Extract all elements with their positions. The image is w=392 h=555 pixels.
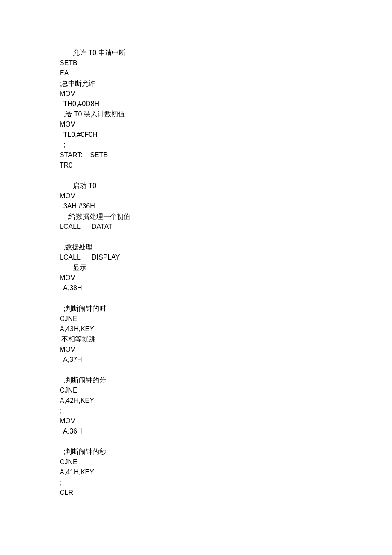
code-line: ; (60, 477, 392, 488)
code-line: A,37H (60, 355, 392, 365)
code-line: CLR (60, 488, 392, 498)
code-line: ;总中断允许 (60, 78, 392, 89)
code-line: ;判断闹钟的时 (60, 304, 392, 314)
code-line: ;数据处理 (60, 242, 392, 252)
code-line: MOV (60, 119, 392, 130)
code-line: ;给 T0 装入计数初值 (60, 109, 392, 119)
code-line: TL0,#0F0H (60, 130, 392, 140)
code-line: SETB (60, 58, 392, 68)
code-line: ;不相等就跳 (60, 334, 392, 344)
code-line: 3AH,#36H (60, 201, 392, 211)
code-line: ;判断闹钟的分 (60, 375, 392, 385)
code-line: ;允许 T0 申请中断 (60, 48, 392, 58)
code-line: ;判断闹钟的秒 (60, 447, 392, 457)
code-line: EA (60, 68, 392, 78)
code-line: MOV (60, 191, 392, 201)
code-line (60, 365, 392, 375)
code-line: CJNE (60, 314, 392, 324)
code-line: CJNE (60, 457, 392, 467)
code-line: A,38H (60, 283, 392, 293)
code-line (60, 436, 392, 447)
code-line: START: SETB (60, 150, 392, 160)
code-line: LCALL DATAT (60, 222, 392, 232)
code-line: ;显示 (60, 263, 392, 273)
code-line: CJNE (60, 385, 392, 396)
code-line: ;启动 T0 (60, 181, 392, 191)
code-line: ; (60, 406, 392, 416)
code-line (60, 293, 392, 304)
code-line: MOV (60, 344, 392, 355)
code-line: LCALL DISPLAY (60, 252, 392, 263)
code-line: ;给数据处理一个初值 (60, 211, 392, 222)
code-line: TR0 (60, 160, 392, 171)
code-line: TH0,#0D8H (60, 99, 392, 109)
document-page: ;允许 T0 申请中断 SETB EA ;总中断允许 MOV TH0,#0D8H… (0, 0, 392, 523)
code-line (60, 232, 392, 242)
code-line (60, 171, 392, 181)
code-line: MOV (60, 273, 392, 283)
code-line: A,41H,KEYI (60, 467, 392, 477)
code-line: A,36H (60, 426, 392, 436)
code-line: ; (60, 140, 392, 150)
code-line: MOV (60, 416, 392, 426)
code-line: MOV (60, 89, 392, 99)
code-line: A,42H,KEYI (60, 396, 392, 406)
code-line: A,43H,KEYI (60, 324, 392, 334)
